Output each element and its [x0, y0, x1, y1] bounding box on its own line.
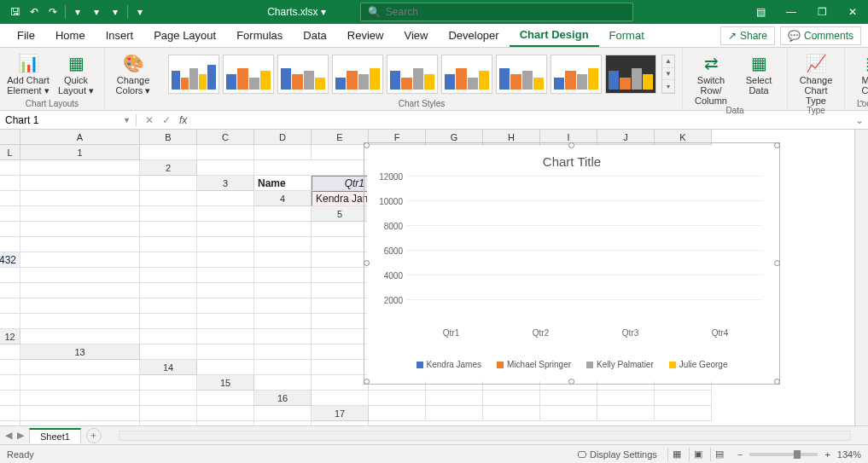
cell-I6[interactable]	[197, 237, 254, 252]
cell-A16[interactable]	[312, 391, 369, 406]
search-input[interactable]	[386, 6, 626, 18]
cell-D10[interactable]	[140, 298, 197, 314]
add-chart-element-button[interactable]: 📊 Add Chart Element ▾	[7, 49, 50, 95]
cell-J7[interactable]	[312, 252, 369, 268]
cell-G6[interactable]	[20, 237, 140, 252]
row-header-16[interactable]: 16	[254, 391, 312, 406]
cell-F11[interactable]	[312, 314, 369, 329]
cell-I17[interactable]	[140, 421, 197, 425]
cell-E17[interactable]	[597, 406, 655, 421]
select-all-button[interactable]	[0, 130, 20, 145]
cell-A2[interactable]	[197, 160, 254, 176]
cell-C1[interactable]	[254, 145, 312, 160]
enter-formula-icon[interactable]: ✓	[162, 114, 171, 126]
legend-item-Michael-Springer[interactable]: Michael Springer	[497, 360, 571, 369]
collapse-ribbon-icon[interactable]: ⌃	[858, 99, 865, 108]
cell-I4[interactable]	[20, 206, 140, 222]
cell-F7[interactable]	[20, 252, 140, 268]
chart-handle-bottom-center[interactable]	[568, 379, 574, 385]
gallery-more-icon[interactable]: ▾	[662, 80, 674, 93]
cell-C16[interactable]	[426, 391, 483, 406]
change-colors-button[interactable]: 🎨 Change Colors ▾	[112, 49, 154, 95]
zoom-level[interactable]: 134%	[837, 449, 861, 460]
sheet-nav-prev-icon[interactable]: ◀	[5, 430, 12, 441]
cell-B2[interactable]: Bonus sales	[254, 160, 312, 176]
cell-B17[interactable]	[426, 406, 483, 421]
cell-K13[interactable]	[0, 360, 20, 375]
insert-function-icon[interactable]: fx	[179, 114, 187, 126]
cell-D17[interactable]	[540, 406, 597, 421]
cell-F6[interactable]	[0, 237, 20, 252]
cell-B10[interactable]	[0, 298, 20, 314]
embedded-chart[interactable]: Chart Title 20004000600080001000012000 Q…	[367, 146, 777, 381]
cell-C14[interactable]	[312, 360, 369, 375]
cell-K17[interactable]	[254, 421, 312, 425]
cell-B16[interactable]	[369, 391, 426, 406]
qat-option-3-icon[interactable]: ▾	[107, 3, 124, 20]
row-header-17[interactable]: 17	[312, 406, 369, 421]
cell-L3[interactable]	[197, 191, 254, 206]
cell-L17[interactable]	[312, 421, 369, 425]
cell-I16[interactable]	[20, 406, 140, 421]
cell-A1[interactable]	[140, 145, 197, 160]
cell-C11[interactable]	[140, 314, 197, 329]
tab-home[interactable]: Home	[45, 24, 96, 47]
cell-G16[interactable]	[655, 391, 712, 406]
cell-D1[interactable]	[312, 145, 369, 160]
chart-handle-bottom-left[interactable]	[364, 379, 370, 385]
cell-D12[interactable]	[254, 329, 312, 344]
row-header-5[interactable]: 5	[312, 206, 369, 222]
quick-layout-button[interactable]: ▦ Quick Layout ▾	[55, 49, 97, 95]
cell-G7[interactable]	[140, 252, 197, 268]
row-header-4[interactable]: 4	[254, 191, 312, 206]
chart-handle-middle-right[interactable]	[774, 260, 780, 266]
chart-style-9[interactable]	[605, 55, 656, 94]
cell-L13[interactable]	[20, 360, 140, 375]
cell-F9[interactable]	[197, 283, 254, 298]
gallery-down-icon[interactable]: ▼	[662, 68, 674, 81]
cell-K14[interactable]	[20, 375, 140, 391]
chart-y-axis[interactable]: 20004000600080001000012000	[372, 177, 406, 325]
save-icon[interactable]: 🖫	[7, 3, 24, 20]
chart-x-axis[interactable]: Qtr1Qtr2Qtr3Qtr4	[406, 328, 763, 342]
undo-icon[interactable]: ↶	[26, 3, 43, 20]
sheet-nav-next-icon[interactable]: ▶	[17, 430, 24, 441]
cell-E8[interactable]	[20, 268, 140, 283]
cell-A12[interactable]	[20, 329, 140, 344]
redo-icon[interactable]: ↷	[44, 3, 61, 20]
row-header-12[interactable]: 12	[0, 329, 20, 344]
tab-file[interactable]: File	[7, 24, 45, 47]
tab-format[interactable]: Format	[599, 24, 655, 47]
tab-review[interactable]: Review	[337, 24, 394, 47]
chart-handle-top-right[interactable]	[774, 142, 780, 148]
column-header-A[interactable]: A	[20, 130, 140, 145]
zoom-in-button[interactable]: +	[824, 449, 830, 460]
chart-style-3[interactable]	[277, 55, 329, 94]
chart-style-4[interactable]	[332, 55, 383, 94]
cell-H16[interactable]	[0, 406, 20, 421]
cell-J2[interactable]	[0, 176, 20, 191]
cell-D9[interactable]	[20, 283, 140, 298]
chart-style-8[interactable]	[551, 55, 602, 94]
document-title[interactable]: Charts.xlsx ▾	[267, 6, 326, 18]
change-chart-type-button[interactable]: 📈 Change Chart Type	[795, 49, 837, 106]
cell-A14[interactable]	[197, 360, 254, 375]
chart-style-6[interactable]	[441, 55, 492, 94]
chart-handle-top-center[interactable]	[568, 142, 574, 148]
gallery-up-icon[interactable]: ▲	[662, 55, 674, 68]
cell-J6[interactable]	[254, 237, 312, 252]
cell-K4[interactable]	[197, 206, 254, 222]
cell-B13[interactable]	[197, 344, 254, 360]
cell-K3[interactable]	[140, 191, 197, 206]
cell-C9[interactable]	[0, 283, 20, 298]
qat-option-1-icon[interactable]: ▾	[69, 3, 86, 20]
cell-G17[interactable]	[0, 421, 20, 425]
cell-G8[interactable]	[197, 268, 254, 283]
cell-F17[interactable]	[655, 406, 712, 421]
cell-B15[interactable]	[312, 375, 369, 391]
cell-B3[interactable]: Qtr1	[312, 176, 369, 191]
cell-B11[interactable]	[20, 314, 140, 329]
cell-K2[interactable]	[20, 176, 140, 191]
display-settings-button[interactable]: 🖵Display Settings	[577, 449, 657, 460]
view-normal-icon[interactable]: ▦	[667, 448, 686, 461]
